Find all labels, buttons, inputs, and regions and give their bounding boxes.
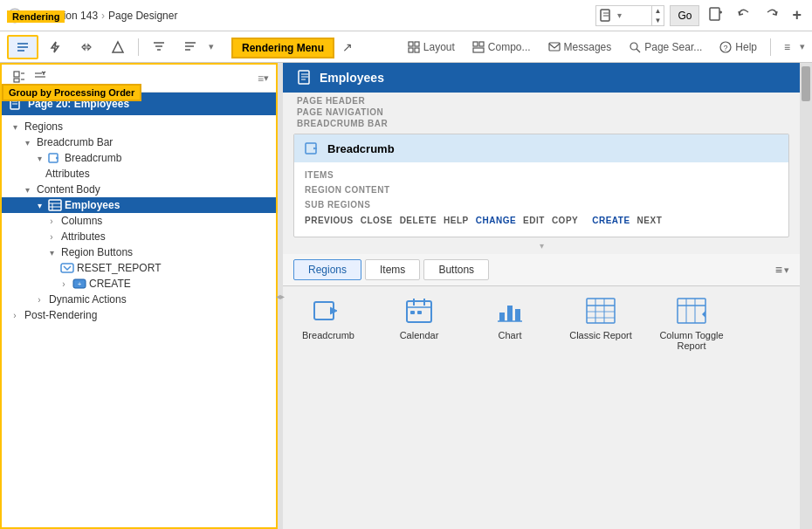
spinner-up[interactable]: ▲ <box>652 6 664 16</box>
page-search-tab[interactable]: Page Sear... <box>621 37 710 58</box>
action-create[interactable]: CREATE <box>592 216 630 228</box>
svg-rect-31 <box>14 72 19 77</box>
comp-classic-report[interactable]: Classic Report <box>566 297 636 351</box>
layout-label: Layout <box>423 41 455 53</box>
tab-items[interactable]: Items <box>365 259 420 280</box>
tree-content-body[interactable]: ▾ Content Body <box>2 182 276 197</box>
tree-dynamic-actions[interactable]: › Dynamic Actions <box>2 292 276 307</box>
action-change[interactable]: CHANGE <box>476 216 516 228</box>
right-scrollbar[interactable] <box>800 63 812 529</box>
more-options[interactable]: ≡ <box>776 37 798 58</box>
go-button[interactable]: Go <box>670 5 699 26</box>
action-previous[interactable]: PREVIOUS <box>305 216 354 228</box>
tab-dynamic[interactable] <box>40 36 70 58</box>
tree-post-rendering[interactable]: › Post-Rendering <box>2 307 276 323</box>
comp-calendar[interactable]: Calendar <box>384 297 454 351</box>
col-toggle[interactable]: › <box>45 216 58 226</box>
expand-button[interactable]: ↗ <box>341 38 354 56</box>
tree-breadcrumb-bar[interactable]: ▾ Breadcrumb Bar <box>2 134 276 150</box>
action-close[interactable]: CLOSE <box>361 216 393 228</box>
tree-columns[interactable]: › Columns <box>2 213 276 229</box>
tree-region-buttons[interactable]: ▾ Region Buttons <box>2 244 276 260</box>
pr-toggle[interactable]: › <box>9 311 21 320</box>
svg-text:?: ? <box>724 44 728 52</box>
new-page-button[interactable] <box>705 4 727 27</box>
cb-toggle[interactable]: ▾ <box>21 185 33 195</box>
tree-attributes-emp[interactable]: › Attributes <box>2 229 276 244</box>
filter-dropdown[interactable]: ▾ <box>207 41 216 52</box>
region-content-row: REGION CONTENT <box>305 182 778 197</box>
tree-employees[interactable]: ▾ Employees <box>2 197 276 213</box>
svg-rect-26 <box>549 43 560 51</box>
tab-processing[interactable] <box>72 36 101 58</box>
comp-column-toggle-icon <box>676 297 707 325</box>
tree-create[interactable]: › + CREATE <box>2 276 276 292</box>
tree-options[interactable]: ≡ <box>258 72 264 85</box>
tab-rendering[interactable] <box>7 35 38 59</box>
help-tab[interactable]: ? Help <box>712 37 765 58</box>
action-next[interactable]: NEXT <box>637 216 663 228</box>
da-toggle[interactable]: › <box>33 295 45 305</box>
page-number-input[interactable]: 20 <box>623 10 651 22</box>
tree-breadcrumb[interactable]: ▾ Breadcrumb <box>2 150 276 166</box>
comp-chart[interactable]: Chart <box>475 297 545 351</box>
region-buttons-label: Region Buttons <box>61 246 133 258</box>
page-spinner[interactable]: ▲ ▼ <box>651 6 664 25</box>
create-toggle[interactable]: › <box>58 279 70 289</box>
comp-column-toggle[interactable]: Column Toggle Report <box>657 297 726 351</box>
lightning-icon <box>48 40 62 54</box>
tab-regions[interactable]: Regions <box>293 259 361 280</box>
action-copy[interactable]: COPY <box>552 216 578 228</box>
scrollbar-thumb[interactable] <box>802 66 810 101</box>
comp-chart-icon <box>496 297 524 325</box>
breadcrumb-region-box: Breadcrumb ITEMS REGION CONTENT SUB REGI… <box>293 134 789 237</box>
tree-regions[interactable]: ▾ Regions <box>2 119 276 134</box>
tree-attributes-bc[interactable]: Attributes <box>2 166 276 182</box>
spinner-down[interactable]: ▼ <box>652 16 664 25</box>
more-options-arrow[interactable]: ▾ <box>800 41 805 52</box>
comp-calendar-icon <box>405 297 433 325</box>
comp-breadcrumb[interactable]: Breadcrumb <box>293 297 363 351</box>
bottom-menu-arrow[interactable]: ▾ <box>784 264 789 276</box>
emp-toggle[interactable]: ▾ <box>33 201 45 210</box>
toolbar-divider <box>138 38 139 56</box>
tab-shared[interactable] <box>103 36 133 58</box>
group-processing-tooltip: Group by Processing Order <box>2 84 141 101</box>
shared-icon <box>111 40 125 54</box>
page-number-control[interactable]: ▾ 20 ▲ ▼ <box>595 5 665 26</box>
svg-rect-71 <box>678 299 705 323</box>
breadcrumb-icon <box>48 152 62 164</box>
comp-breadcrumb-label: Breadcrumb <box>302 330 354 340</box>
bb-toggle[interactable]: ▾ <box>21 138 33 148</box>
left-panel: Group by Component Type Group by Process… <box>0 63 278 529</box>
top-bar: A Application 143 › Page Designer ▾ 20 ▲… <box>0 0 812 31</box>
messages-tab[interactable]: Messages <box>540 37 620 58</box>
redo-button[interactable] <box>760 4 783 27</box>
action-edit[interactable]: EDIT <box>523 216 545 228</box>
region-box-header: Breadcrumb <box>294 134 788 162</box>
add-button[interactable]: + <box>788 4 805 26</box>
scroll-handle[interactable]: ▾ <box>283 237 800 254</box>
bottom-tabs: Regions Items Buttons ≡ ▾ <box>283 254 800 286</box>
messages-label: Messages <box>564 41 612 53</box>
attributes-bc-label: Attributes <box>45 168 90 180</box>
tree-options-arrow[interactable]: ▾ <box>264 72 269 84</box>
breadcrumb-node-label: Breadcrumb <box>65 152 121 164</box>
tab-buttons[interactable]: Buttons <box>423 259 489 280</box>
undo-button[interactable] <box>733 4 755 27</box>
regions-toggle[interactable]: ▾ <box>9 122 21 132</box>
action-help[interactable]: HELP <box>444 216 469 228</box>
component-tab[interactable]: Compo... <box>464 37 539 58</box>
page-header-icon <box>297 70 313 86</box>
bc-toggle[interactable]: ▾ <box>33 154 45 163</box>
toolbar: Rendering ▾ Rendering Menu ↗ Layout <box>0 31 812 63</box>
layout-tab[interactable]: Layout <box>400 37 463 58</box>
filter-btn-2[interactable] <box>175 36 205 58</box>
rb-toggle[interactable]: ▾ <box>45 248 58 258</box>
filter-btn-1[interactable] <box>144 36 174 58</box>
help-label: Help <box>735 41 757 53</box>
bottom-menu-icon[interactable]: ≡ <box>775 263 782 277</box>
tree-reset-report[interactable]: RESET_REPORT <box>2 260 276 276</box>
attr-emp-toggle[interactable]: › <box>45 232 58 242</box>
action-delete[interactable]: DELETE <box>400 216 437 228</box>
